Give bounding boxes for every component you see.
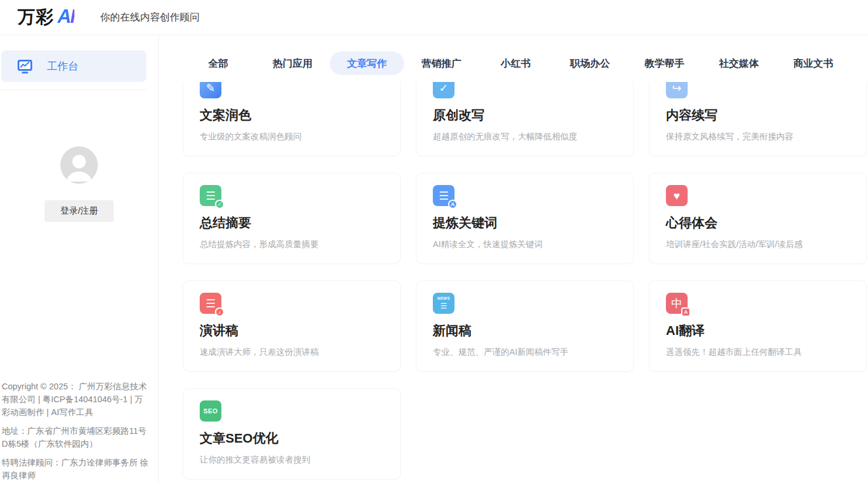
continue-curve-icon: ↪ (666, 82, 688, 98)
clipboard-check-icon: ☰✓ (200, 185, 221, 206)
card-title: 内容续写 (666, 107, 850, 124)
doc-keyword-icon: ☰A (433, 185, 454, 206)
card-title: 提炼关键词 (433, 214, 617, 232)
card-title: 原创改写 (433, 107, 617, 124)
seo-icon: SEO (200, 400, 221, 422)
icon-glyph: ✓ (439, 83, 449, 94)
icon-glyph: ☰ (206, 298, 216, 309)
copyright-text: Copyright © 2025： 广州万彩信息技术有限公司 | 粤ICP备14… (2, 380, 150, 419)
card-title: 新闻稿 (433, 322, 617, 340)
user-avatar (60, 146, 98, 184)
icon-glyph: ☰ (439, 190, 449, 201)
card-title: 总结摘要 (200, 214, 384, 232)
icon-badge: ♪ (215, 307, 224, 317)
card-description: AI精读全文，快速提炼关键词 (433, 239, 617, 250)
card-description: 培训讲座/社会实践/活动/军训/读后感 (666, 239, 850, 250)
card-description: 总结提炼内容，形成高质量摘要 (200, 239, 384, 250)
app-card-seo-optimize[interactable]: SEO文章SEO优化让你的推文更容易被读者搜到 (183, 388, 401, 479)
icon-glyph: ♥ (674, 190, 680, 201)
app-card-summary[interactable]: ☰✓总结摘要总结提炼内容，形成高质量摘要 (183, 173, 401, 264)
app-card-content-continue[interactable]: ↪内容续写保持原文风格续写，完美衔接内容 (649, 82, 867, 156)
tab-business-doc[interactable]: 商业文书 (776, 52, 850, 75)
app-logo[interactable]: 万彩 AI (18, 5, 74, 29)
card-description: 让你的推文更容易被读者搜到 (200, 454, 384, 465)
pen-polish-icon: ✎ (200, 82, 221, 98)
main-content: 全部热门应用文章写作营销推广小红书职场办公教学帮手社交媒体商业文书 ✎文案润色专… (159, 35, 868, 483)
icon-glyph: ↪ (672, 83, 682, 94)
card-description: 速成演讲大师，只差这份演讲稿 (200, 347, 384, 358)
app-cards-grid: ✎文案润色专业级的文案改稿润色顾问✓原创改写超越原创的无痕改写，大幅降低相似度↪… (159, 82, 868, 479)
app-card-press-release[interactable]: NEWS☰新闻稿专业、规范、严谨的AI新闻稿件写手 (416, 280, 634, 372)
tab-all[interactable]: 全部 (181, 52, 255, 75)
tab-xiaohongshu[interactable]: 小红书 (479, 52, 553, 75)
tab-article-writing[interactable]: 文章写作 (330, 52, 404, 75)
cards-scroll-viewport[interactable]: ✎文案润色专业级的文案改稿润色顾问✓原创改写超越原创的无痕改写，大幅降低相似度↪… (159, 82, 868, 483)
card-title: 文章SEO优化 (200, 430, 384, 447)
card-description: 专业级的文案改稿润色顾问 (200, 131, 384, 142)
icon-glyph: SEO (203, 408, 218, 415)
icon-badge: A (448, 200, 457, 209)
icon-label: NEWS (438, 297, 450, 301)
sidebar: 工作台 登录/注册 Copyright © 2025： 广州万彩信息技术有限公司… (0, 35, 159, 483)
icon-badge: ✓ (215, 200, 224, 209)
speech-microphone-icon: ☰♪ (200, 293, 221, 314)
app-card-original-rewrite[interactable]: ✓原创改写超越原创的无痕改写，大幅降低相似度 (416, 82, 634, 156)
app-card-keywords[interactable]: ☰A提炼关键词AI精读全文，快速提炼关键词 (416, 173, 634, 264)
card-description: 遥遥领先！超越市面上任何翻译工具 (666, 347, 850, 358)
translate-icon: 中A (666, 293, 688, 314)
card-description: 专业、规范、严谨的AI新闻稿件写手 (433, 347, 617, 358)
rewrite-check-icon: ✓ (433, 82, 454, 98)
tab-marketing[interactable]: 营销推广 (404, 52, 479, 75)
login-register-button[interactable]: 登录/注册 (45, 200, 114, 222)
heart-card-icon: ♥ (666, 185, 688, 206)
card-title: 演讲稿 (200, 322, 384, 340)
legal-counsel-text: 特聘法律顾问：广东力诠律师事务所 徐再良律师 (2, 456, 150, 482)
card-description: 超越原创的无痕改写，大幅降低相似度 (433, 131, 617, 142)
icon-badge: A (681, 307, 691, 317)
workspace-monitor-icon (17, 59, 33, 74)
tab-hot-apps[interactable]: 热门应用 (255, 52, 330, 75)
icon-glyph: 中 (671, 298, 682, 309)
app-header: 万彩 AI 你的在线内容创作顾问 (0, 0, 868, 35)
tab-teaching-helper[interactable]: 教学帮手 (627, 52, 702, 75)
icon-glyph: ✎ (206, 83, 216, 94)
address-text: 地址：广东省广州市黄埔区彩频路11号D栋5楼（广东软件园内） (2, 424, 150, 450)
card-title: 心得体会 (666, 214, 850, 232)
card-description: 保持原文风格续写，完美衔接内容 (666, 131, 850, 142)
icon-glyph: ☰ (440, 302, 447, 310)
sidebar-footer: Copyright © 2025： 广州万彩信息技术有限公司 | 粤ICP备14… (2, 380, 150, 482)
card-title: 文案润色 (200, 107, 384, 124)
logo-text-cn: 万彩 (18, 5, 54, 29)
app-card-copy-polish[interactable]: ✎文案润色专业级的文案改稿润色顾问 (183, 82, 401, 156)
icon-glyph: ☰ (206, 190, 216, 201)
tab-social-media[interactable]: 社交媒体 (702, 52, 776, 75)
sidebar-item-workspace[interactable]: 工作台 (1, 50, 146, 82)
app-tagline: 你的在线内容创作顾问 (100, 11, 200, 24)
app-card-reflections[interactable]: ♥心得体会培训讲座/社会实践/活动/军训/读后感 (649, 173, 867, 264)
category-tab-bar: 全部热门应用文章写作营销推广小红书职场办公教学帮手社交媒体商业文书 (159, 52, 868, 75)
app-card-speech[interactable]: ☰♪演讲稿速成演讲大师，只差这份演讲稿 (183, 280, 401, 372)
newspaper-icon: NEWS☰ (433, 293, 454, 314)
card-title: AI翻译 (666, 322, 850, 340)
app-card-ai-translate[interactable]: 中AAI翻译遥遥领先！超越市面上任何翻译工具 (649, 280, 867, 372)
logo-ai-mark: AI (57, 5, 74, 28)
workspace-label: 工作台 (47, 59, 78, 73)
tab-office-work[interactable]: 职场办公 (553, 52, 627, 75)
sidebar-divider (0, 90, 146, 90)
